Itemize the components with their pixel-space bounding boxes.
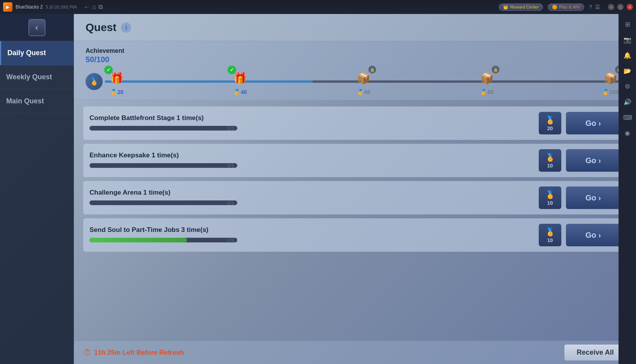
- nav-arrows: ← ⌂ ⧉: [84, 3, 103, 10]
- milestone-40[interactable]: 🎁 ✓ 🏅 40: [230, 68, 250, 95]
- quest-3-progress-bg: 2/3: [89, 238, 237, 242]
- sidebar: ‹ Daily Quest Weekly Quest Main Quest: [0, 14, 74, 364]
- title-bar-left: ▶ BlueStacks 2 5.10.20.1002 P64 ← ⌂ ⧉: [3, 2, 103, 12]
- quest-3-progress-wrap: 2/3: [89, 238, 237, 242]
- title-bar-action-icons: ? ☰: [589, 4, 600, 10]
- go-button-0[interactable]: Go ›: [566, 112, 620, 134]
- quest-2-progress-bg: 0/1: [89, 200, 237, 205]
- medal-icon-100: 🏅: [602, 89, 609, 95]
- achievement-label: Achievement: [86, 47, 624, 54]
- reward-num-3: 10: [547, 237, 553, 243]
- play-win-button[interactable]: 🟠 Play & Win: [548, 3, 584, 11]
- sidebar-item-weekly[interactable]: Weekly Quest: [0, 65, 74, 89]
- quest-3-title: Send Soul to Part-Time Jobs 3 time(s): [89, 226, 534, 234]
- medal-icon-40: 🏅: [233, 89, 240, 95]
- title-bar-right: 👑 Reward Center 🟠 Play & Win ? ☰ ─ □ ✕: [499, 3, 633, 11]
- milestone-100-points: 🏅 100: [602, 89, 618, 95]
- chest-icon-100: 📦: [604, 72, 617, 85]
- quest-item-2: Challenge Arena 1 time(s) 0/1 🏅 10: [83, 181, 627, 214]
- quest-1-info: Enhance Keepsake 1 time(s) 0/1: [89, 152, 534, 169]
- quest-item-0: Complete Battlefront Stage 1 time(s) 0/1…: [83, 106, 627, 140]
- achievement-track: 🏅 🎁 ✓ 🏅 20: [86, 68, 624, 95]
- page-title: Quest: [86, 21, 116, 34]
- receive-all-button[interactable]: Receive All: [564, 344, 627, 361]
- milestone-20[interactable]: 🎁 ✓ 🏅 20: [107, 68, 127, 95]
- home-nav-icon[interactable]: ⌂: [92, 3, 96, 10]
- milestone-40-box: 🎁 ✓: [230, 68, 250, 88]
- info-button[interactable]: i: [121, 23, 131, 33]
- quest-2-progress-text: 0/1: [227, 200, 234, 205]
- help-icon[interactable]: ?: [589, 4, 592, 10]
- lock-60: 🔒: [368, 66, 376, 73]
- quest-item-3: Send Soul to Part-Time Jobs 3 time(s) 2/…: [83, 218, 627, 252]
- back-button[interactable]: ‹: [0, 14, 74, 41]
- milestone-80-num: 80: [487, 89, 494, 95]
- quest-0-progress-text: 0/1: [227, 126, 234, 131]
- quest-2-title: Challenge Arena 1 time(s): [89, 189, 534, 197]
- reward-medal-1: 🏅: [545, 153, 555, 162]
- reward-center-label: Reward Center: [510, 5, 539, 9]
- milestone-80[interactable]: 📦 🔒 🏅 80: [477, 68, 497, 95]
- sidebar-item-daily[interactable]: Daily Quest: [0, 41, 74, 65]
- milestone-100[interactable]: 📦 🔒 🏅 100: [600, 68, 620, 95]
- sidebar-item-main[interactable]: Main Quest: [0, 89, 74, 113]
- menu-icon[interactable]: ☰: [595, 4, 600, 10]
- quest-0-progress-bg: 0/1: [89, 126, 237, 131]
- quest-2-progress-wrap: 0/1: [89, 200, 237, 205]
- rt-icon-4[interactable]: 📂: [620, 64, 634, 78]
- content-header: Quest i: [74, 14, 636, 41]
- bluestacks-logo: ▶: [3, 2, 12, 12]
- milestone-20-points: 🏅 20: [110, 89, 124, 95]
- minimize-button[interactable]: ─: [608, 4, 614, 10]
- play-icon: 🟠: [552, 5, 557, 10]
- rt-icon-8[interactable]: ◉: [620, 126, 634, 140]
- go-label-2: Go ›: [585, 193, 601, 202]
- milestone-100-box: 📦 🔒: [600, 68, 620, 88]
- history-nav-icon[interactable]: ⧉: [98, 3, 103, 10]
- main-content: Quest i Achievement 50/100 🏅: [74, 14, 636, 364]
- rt-icon-1[interactable]: ⊞: [620, 17, 634, 31]
- crown-icon: 👑: [503, 5, 508, 10]
- milestone-60[interactable]: 📦 🔒 🏅 60: [354, 68, 374, 95]
- quest-3-progress-fill: [89, 238, 187, 242]
- rt-icon-6[interactable]: 🔊: [620, 95, 634, 109]
- sidebar-nav: Daily Quest Weekly Quest Main Quest: [0, 41, 74, 364]
- milestone-80-points: 🏅 80: [480, 89, 494, 95]
- info-icon-label: i: [125, 24, 127, 31]
- weekly-quest-label: Weekly Quest: [6, 73, 52, 81]
- timer-area: ⏱ 11h 25m Left Before Refresh: [83, 348, 184, 357]
- go-button-3[interactable]: Go ›: [566, 224, 620, 246]
- go-button-2[interactable]: Go ›: [566, 186, 620, 209]
- milestone-60-box: 📦 🔒: [354, 68, 374, 88]
- daily-quest-label: Daily Quest: [7, 49, 46, 57]
- check-20: ✓: [104, 66, 113, 74]
- lock-80: 🔒: [492, 66, 499, 73]
- quest-3-reward: 🏅 10: [539, 224, 561, 246]
- reward-num-2: 10: [547, 200, 553, 206]
- quest-3-info: Send Soul to Part-Time Jobs 3 time(s) 2/…: [89, 226, 534, 244]
- close-button[interactable]: ✕: [627, 4, 633, 10]
- milestone-60-num: 60: [364, 89, 370, 95]
- main-quest-label: Main Quest: [6, 97, 44, 105]
- rt-icon-3[interactable]: 🔔: [620, 48, 634, 62]
- reward-medal-2: 🏅: [545, 190, 555, 199]
- go-button-1[interactable]: Go ›: [566, 149, 620, 172]
- chest-icon-40: 🎁: [233, 72, 247, 85]
- milestone-40-num: 40: [241, 89, 247, 95]
- quest-1-reward: 🏅 10: [539, 149, 561, 172]
- maximize-button[interactable]: □: [617, 4, 624, 10]
- title-bar: ▶ BlueStacks 2 5.10.20.1002 P64 ← ⌂ ⧉ 👑 …: [0, 0, 636, 14]
- milestone-40-points: 🏅 40: [233, 89, 247, 95]
- go-label-3: Go ›: [585, 231, 601, 240]
- rt-icon-5[interactable]: ⚙: [620, 79, 634, 93]
- quest-1-progress-text: 0/1: [227, 163, 234, 168]
- medal-icon-20: 🏅: [110, 89, 117, 95]
- rt-icon-7[interactable]: ⌨: [620, 110, 634, 124]
- reward-center-button[interactable]: 👑 Reward Center: [499, 3, 543, 11]
- start-medal-icon: 🏅: [90, 77, 98, 86]
- quest-0-progress-wrap: 0/1: [89, 126, 237, 131]
- quest-1-title: Enhance Keepsake 1 time(s): [89, 152, 534, 159]
- reward-num-0: 20: [547, 125, 553, 131]
- back-nav-icon[interactable]: ←: [84, 3, 90, 10]
- rt-icon-2[interactable]: 📷: [620, 33, 634, 47]
